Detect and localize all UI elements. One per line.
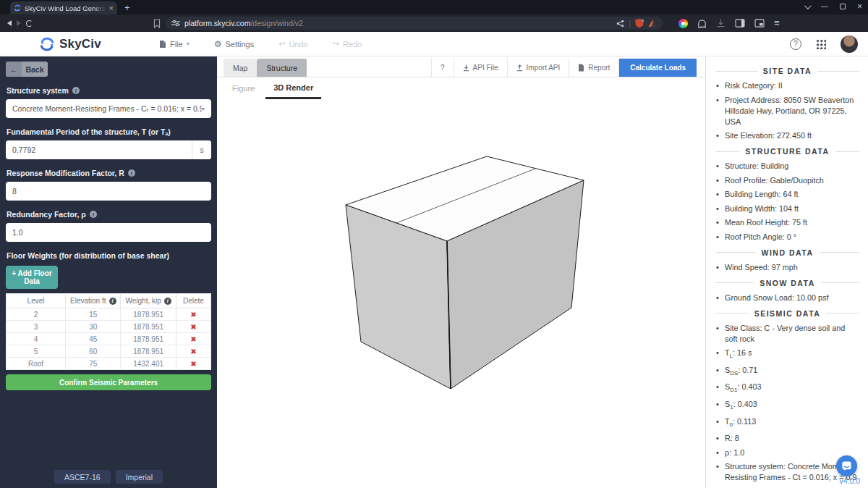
- browser-menu-icon[interactable]: ≡: [774, 19, 780, 28]
- url-text[interactable]: platform.skyciv.com/design/wind/v2: [184, 19, 612, 28]
- tab-close-icon[interactable]: ×: [109, 4, 114, 12]
- section-title: SITE DATA: [763, 67, 812, 75]
- browser-tab[interactable]: SkyCiv Wind Load Generator ×: [10, 1, 117, 14]
- back-arrow-icon: ←: [6, 62, 22, 77]
- data-item: Site Elevation: 272.450 ft: [715, 130, 859, 141]
- floor-table-body: 2151878.951✖3301878.951✖4451878.951✖5601…: [7, 308, 211, 370]
- info-icon[interactable]: i: [72, 87, 80, 94]
- floor-cell-weight[interactable]: 1878.951: [121, 321, 176, 333]
- browser-back-icon[interactable]: [7, 20, 12, 26]
- delete-row-icon[interactable]: ✖: [190, 348, 196, 356]
- floor-cell-delete: ✖: [176, 358, 210, 370]
- section-header: WIND DATA: [715, 248, 859, 257]
- render-area[interactable]: [217, 99, 705, 488]
- browser-reload-icon[interactable]: [26, 20, 33, 27]
- floor-weights-label: Floor Weights (for distribution of base …: [7, 251, 211, 260]
- floor-cell-level[interactable]: 2: [7, 308, 66, 321]
- window-restore-icon[interactable]: [840, 4, 846, 9]
- floor-cell-elevation[interactable]: 60: [66, 345, 121, 358]
- floor-cell-elevation[interactable]: 45: [66, 333, 121, 345]
- floor-cell-weight[interactable]: 1878.951: [121, 345, 176, 358]
- picture-in-picture-icon[interactable]: [754, 19, 765, 28]
- help-icon[interactable]: ?: [790, 38, 801, 50]
- share-icon[interactable]: [616, 20, 624, 28]
- bookmark-icon[interactable]: [153, 19, 161, 28]
- app-header: SkyCiv File ▾ ⚙ Settings ↩ Undo ↪ Redo: [0, 32, 868, 56]
- report-button[interactable]: Report: [569, 59, 619, 77]
- user-avatar[interactable]: [841, 35, 858, 53]
- info-icon[interactable]: i: [90, 211, 97, 218]
- file-menu[interactable]: File ▾: [159, 40, 190, 49]
- toolbar-help-button[interactable]: ?: [432, 59, 454, 77]
- settings-menu[interactable]: ⚙ Settings: [214, 39, 255, 49]
- chevron-down-icon: ▾: [187, 41, 190, 47]
- tab-map[interactable]: Map: [224, 59, 257, 77]
- sidebar-panel-icon[interactable]: [735, 19, 745, 28]
- chat-bubble-button[interactable]: [836, 455, 857, 476]
- data-item: T0: 0.113: [715, 416, 859, 430]
- unit-label: s: [192, 140, 211, 159]
- calculate-loads-button[interactable]: Calculate Loads: [619, 59, 697, 77]
- units-button[interactable]: Imperial: [116, 470, 163, 484]
- info-icon[interactable]: i: [164, 298, 171, 305]
- browser-forward-icon[interactable]: [17, 20, 21, 26]
- tab-figure[interactable]: Figure: [224, 77, 263, 99]
- window-minimize-icon[interactable]: —: [821, 2, 828, 11]
- window-menu-chevron-icon[interactable]: [804, 2, 812, 9]
- floor-cell-level[interactable]: 4: [7, 333, 66, 345]
- response-mod-input[interactable]: [6, 182, 211, 201]
- fundamental-period-input[interactable]: [6, 140, 192, 159]
- col-level: Level: [7, 294, 66, 308]
- apps-grid-icon[interactable]: [816, 39, 826, 49]
- undo-button[interactable]: ↩ Undo: [278, 39, 308, 49]
- floor-table-row: 2151878.951✖: [7, 308, 211, 321]
- floor-cell-weight[interactable]: 1878.951: [121, 308, 176, 321]
- data-item: Site Class: C - Very dense soil and soft…: [715, 323, 859, 345]
- delete-row-icon[interactable]: ✖: [190, 311, 196, 319]
- tab-structure[interactable]: Structure: [257, 59, 307, 77]
- floor-cell-elevation[interactable]: 30: [66, 321, 121, 333]
- tab-3d-render[interactable]: 3D Render: [265, 77, 321, 99]
- downloads-icon[interactable]: [716, 19, 726, 28]
- section-title: WIND DATA: [762, 248, 814, 257]
- delete-row-icon[interactable]: ✖: [190, 335, 196, 343]
- site-settings-icon[interactable]: [171, 20, 180, 27]
- structure-system-select[interactable]: Concrete Moment-Resisting Frames - Cₜ = …: [6, 99, 211, 118]
- privacy-extension-icon[interactable]: [635, 19, 644, 28]
- floor-cell-level[interactable]: Roof: [7, 358, 66, 370]
- floor-cell-weight[interactable]: 1878.951: [121, 333, 176, 345]
- floor-cell-elevation[interactable]: 75: [66, 358, 121, 370]
- redundancy-input[interactable]: [6, 223, 211, 242]
- adblock-extension-icon[interactable]: [648, 19, 658, 28]
- ghost-extension-icon[interactable]: [697, 19, 707, 28]
- section-list: Risk Category: IIProject Address: 8050 S…: [715, 80, 859, 141]
- floor-cell-level[interactable]: 5: [7, 345, 66, 358]
- divider: |: [629, 20, 631, 28]
- add-floor-data-button[interactable]: + Add Floor Data: [6, 266, 58, 289]
- floor-cell-weight[interactable]: 1432.401: [121, 358, 176, 370]
- info-icon[interactable]: i: [109, 298, 116, 305]
- import-api-button[interactable]: Import API: [508, 59, 570, 77]
- code-standard-button[interactable]: ASCE7-16: [54, 470, 111, 484]
- floor-cell-level[interactable]: 3: [7, 321, 66, 333]
- window-close-icon[interactable]: ×: [857, 2, 862, 11]
- data-item: Wind Speed: 97 mph: [715, 262, 859, 273]
- section-title: STRUCTURE DATA: [745, 147, 829, 156]
- back-button[interactable]: ← Back: [6, 62, 48, 77]
- confirm-seismic-button[interactable]: Confirm Seismic Parameters: [6, 374, 211, 390]
- delete-row-icon[interactable]: ✖: [190, 323, 196, 331]
- floor-cell-delete: ✖: [176, 345, 210, 358]
- col-elevation: Elevation fti: [66, 294, 121, 308]
- address-bar[interactable]: platform.skyciv.com/design/wind/v2 |: [166, 17, 663, 30]
- delete-row-icon[interactable]: ✖: [190, 360, 196, 368]
- info-icon[interactable]: i: [128, 169, 135, 177]
- color-wheel-icon[interactable]: [678, 19, 688, 28]
- redo-button[interactable]: ↪ Redo: [333, 39, 362, 49]
- redo-icon: ↪: [333, 39, 339, 49]
- fundamental-period-field: s: [6, 140, 211, 159]
- api-file-button[interactable]: API File: [454, 59, 508, 77]
- new-tab-button[interactable]: +: [124, 3, 130, 13]
- data-item: ρ: 1.0: [715, 447, 859, 458]
- floor-cell-elevation[interactable]: 15: [66, 308, 121, 321]
- skyciv-logo[interactable]: SkyCiv: [39, 36, 101, 52]
